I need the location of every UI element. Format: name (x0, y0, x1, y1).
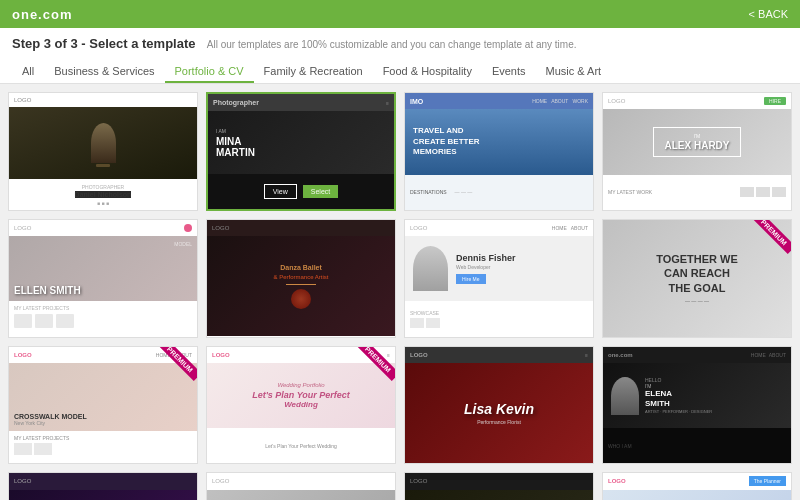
select-button-crosswalk[interactable]: Select (103, 395, 151, 414)
tab-family[interactable]: Family & Recreation (254, 61, 373, 83)
template-grid: LOGO PHOTOGRAPHER Daniel Nicholson ■ ■ ■… (8, 92, 792, 500)
select-button-wedding[interactable]: Select (301, 395, 349, 414)
select-button-alex[interactable]: Select (697, 142, 745, 161)
tab-food[interactable]: Food & Hospitality (373, 61, 482, 83)
tab-events[interactable]: Events (482, 61, 536, 83)
select-button-dennis[interactable]: Select (499, 269, 547, 288)
select-button-dance[interactable]: Select (301, 269, 349, 288)
view-button-together[interactable]: View (649, 269, 691, 288)
view-button-ellen[interactable]: View (55, 269, 97, 288)
tab-music[interactable]: Music & Art (536, 61, 612, 83)
template-card-ian[interactable]: Photographer ≡ I AM MINAMARTIN View Sele… (206, 92, 396, 211)
select-button-elena[interactable]: Select (697, 395, 745, 414)
template-card-couple[interactable]: LOGO The Planner THE PLANNER View Select (602, 472, 792, 500)
template-card-elena[interactable]: one.com HOME ABOUT HELLO I'M ELENASMITH … (602, 346, 792, 465)
view-button-dance[interactable]: View (253, 269, 295, 288)
tab-portfolio[interactable]: Portfolio & CV (165, 61, 254, 83)
select-button[interactable]: Select (103, 142, 151, 161)
template-card-dennis[interactable]: LOGO HOME ABOUT Dennis Fisher Web Develo… (404, 219, 594, 338)
template-card-travel[interactable]: IMO HOME ABOUT WORK TRAVEL ANDCREATE BET… (404, 92, 594, 211)
view-button-crosswalk[interactable]: View (55, 395, 97, 414)
template-card-alex[interactable]: LOGO HIRE I'M ALEX HARDY MY LATEST WORK (602, 92, 792, 211)
select-button-lisa[interactable]: Select (499, 395, 547, 414)
select-button-travel[interactable]: Select (499, 142, 547, 161)
view-button-elena[interactable]: View (649, 395, 691, 414)
category-tabs: All Business & Services Portfolio & CV F… (12, 61, 788, 83)
view-button[interactable]: View (55, 142, 97, 161)
template-card-crosswalk[interactable]: LOGO HOME ABOUT CROSSWALK MODEL New York… (8, 346, 198, 465)
template-card-ellen[interactable]: LOGO ELLEN SMITH MODEL MY LATEST PROJECT… (8, 219, 198, 338)
select-button-ellen[interactable]: Select (103, 269, 151, 288)
step-description: All our templates are 100% customizable … (207, 39, 577, 50)
select-button-together[interactable]: Select (697, 269, 745, 288)
template-card-daniel[interactable]: LOGO PHOTOGRAPHER Daniel Nicholson ■ ■ ■… (8, 92, 198, 211)
tab-business[interactable]: Business & Services (44, 61, 164, 83)
logo: one.com (12, 7, 72, 22)
view-button-alex[interactable]: View (649, 142, 691, 161)
top-header: one.com < BACK (0, 0, 800, 28)
template-card-lisa[interactable]: LOGO ≡ Lisa Kevin Performance Florist Vi… (404, 346, 594, 465)
view-button-lisa[interactable]: View (451, 395, 493, 414)
template-grid-container: LOGO PHOTOGRAPHER Daniel Nicholson ■ ■ ■… (0, 84, 800, 500)
template-card-band[interactable]: LOGO LIVE CONCERT MUSIC & PERFORMANCE KO… (8, 472, 198, 500)
template-card-sculpture[interactable]: LOGO WELCOMETO MY WORLDOF SCULPTURE View… (206, 472, 396, 500)
template-card-wedding[interactable]: LOGO ≡ Wedding Portfolio Let's Plan Your… (206, 346, 396, 465)
step-title: Step 3 of 3 - Select a template (12, 36, 196, 51)
view-btn-ian[interactable]: View (264, 184, 297, 199)
template-card-dance[interactable]: LOGO Danza Ballet & Performance Artist V… (206, 219, 396, 338)
back-button[interactable]: < BACK (749, 8, 788, 20)
template-card-mark[interactable]: LOGO MARK PHILLIPS PHOTOGRAPHER View Sel… (404, 472, 594, 500)
view-button-travel[interactable]: View (451, 142, 493, 161)
template-card-together[interactable]: TOGETHER WECAN REACHTHE GOAL — — — — PRE… (602, 219, 792, 338)
subheader: Step 3 of 3 - Select a template All our … (0, 28, 800, 84)
tab-all[interactable]: All (12, 61, 44, 83)
select-btn-ian[interactable]: Select (303, 185, 338, 198)
view-button-dennis[interactable]: View (451, 269, 493, 288)
view-button-wedding[interactable]: View (253, 395, 295, 414)
